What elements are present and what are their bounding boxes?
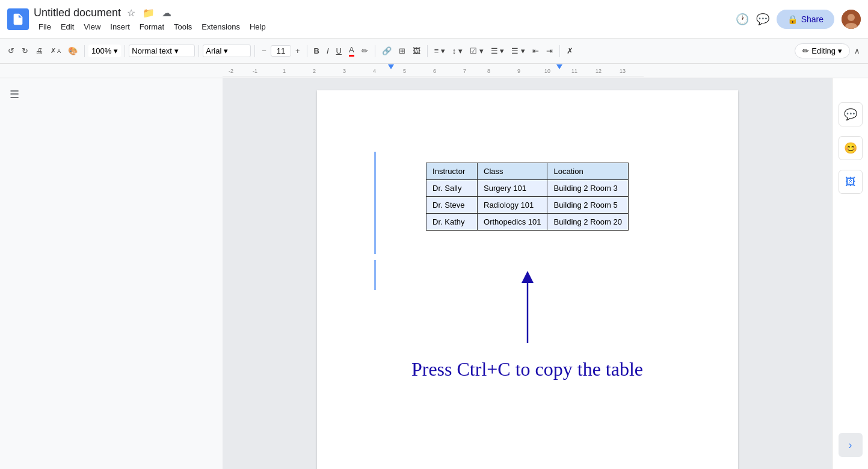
annotation-text: Press Ctrl+C to copy the table: [411, 358, 643, 380]
divider7: [427, 45, 428, 57]
redo-button[interactable]: ↻: [19, 44, 31, 58]
editing-mode-button[interactable]: ✏ Editing ▾: [795, 43, 850, 58]
table-cell: Building 2 Room 5: [547, 197, 628, 214]
font-value: Arial: [206, 46, 221, 55]
bold-button[interactable]: B: [311, 44, 322, 58]
indent-more-button[interactable]: ⇥: [543, 44, 556, 58]
cursor-mark-bottom: [374, 260, 376, 290]
sidebar: ☰: [0, 78, 223, 469]
font-select[interactable]: Arial ▾: [203, 45, 251, 57]
scroll-down-button[interactable]: ›: [839, 433, 863, 457]
divider2: [125, 45, 125, 57]
svg-text:-2: -2: [229, 68, 233, 74]
menu-extensions[interactable]: Extensions: [197, 21, 245, 33]
insert-image-button[interactable]: 🖼: [410, 44, 423, 58]
bullet-list-button[interactable]: ☰ ▾: [488, 44, 508, 58]
table-row: Dr. Steve Radiology 101 Building 2 Room …: [426, 197, 629, 214]
chevron-down-icon: ›: [849, 439, 852, 452]
checklist-button[interactable]: ☑ ▾: [467, 44, 487, 58]
folder-button[interactable]: 📁: [141, 6, 156, 20]
svg-text:5: 5: [403, 68, 406, 74]
ruler: -2 -1 1 2 3 4 5 6 7 8 9 10 11 12 13: [0, 64, 868, 78]
menu-edit[interactable]: Edit: [56, 21, 79, 33]
svg-text:8: 8: [487, 68, 490, 74]
emoji-icon: 😊: [844, 141, 857, 155]
share-label: Share: [801, 14, 823, 24]
table-header-location: Location: [547, 163, 628, 180]
style-select[interactable]: Normal text ▾: [129, 45, 195, 57]
doc-title[interactable]: Untitled document: [34, 7, 121, 19]
editing-label: Editing: [811, 46, 836, 55]
menu-tools[interactable]: Tools: [169, 21, 197, 33]
chat-button[interactable]: 💬: [756, 13, 769, 26]
svg-marker-19: [388, 64, 394, 69]
outline-icon[interactable]: ☰: [10, 88, 19, 101]
doc-area[interactable]: Instructor Class Location Dr. Sally Surg…: [223, 78, 832, 469]
menu-file[interactable]: File: [34, 21, 56, 33]
indent-less-button[interactable]: ⇤: [529, 44, 542, 58]
menu-help[interactable]: Help: [245, 21, 271, 33]
doc-icon: [7, 8, 29, 30]
add-comment-icon: 💬: [844, 108, 857, 121]
zoom-select[interactable]: 100% ▾: [88, 45, 121, 57]
print-button[interactable]: 🖨: [32, 44, 46, 58]
text-color-icon: A: [349, 45, 354, 57]
table-cell: Dr. Sally: [426, 180, 478, 197]
highlight-button[interactable]: ✏: [359, 44, 371, 58]
menu-insert[interactable]: Insert: [105, 21, 135, 33]
title-area: Untitled document ☆ 📁 ☁ File Edit View I…: [34, 6, 731, 33]
paint-format-button[interactable]: 🎨: [65, 44, 81, 58]
main-layout: ☰ Instructor Class Location Dr. Sally Su…: [0, 78, 868, 469]
top-bar: Untitled document ☆ 📁 ☁ File Edit View I…: [0, 0, 868, 39]
star-button[interactable]: ☆: [126, 6, 137, 20]
font-size-input[interactable]: 11: [271, 45, 291, 57]
clear-format-button[interactable]: ✗: [564, 44, 576, 58]
history-button[interactable]: 🕐: [736, 13, 749, 26]
table-cell: Orthopedics 101: [478, 214, 547, 231]
svg-text:3: 3: [343, 68, 346, 74]
text-color-button[interactable]: A: [346, 43, 357, 59]
line-spacing-button[interactable]: ↕ ▾: [449, 44, 466, 58]
image-panel-button[interactable]: 🖼: [839, 170, 863, 194]
table-row: Dr. Sally Surgery 101 Building 2 Room 3: [426, 180, 629, 197]
table-row: Dr. Kathy Orthopedics 101 Building 2 Roo…: [426, 214, 629, 231]
svg-text:4: 4: [373, 68, 376, 74]
expand-toolbar-button[interactable]: ∧: [851, 44, 863, 58]
increase-font-button[interactable]: +: [292, 44, 303, 58]
divider1: [84, 45, 85, 57]
link-button[interactable]: 🔗: [379, 44, 395, 58]
svg-text:2: 2: [313, 68, 316, 74]
numbered-list-button[interactable]: ☰ ▾: [508, 44, 528, 58]
table-cell: Dr. Kathy: [426, 214, 478, 231]
share-button[interactable]: 🔒 Share: [777, 10, 834, 29]
svg-point-1: [848, 14, 855, 21]
divider3: [199, 45, 199, 57]
table-header-instructor: Instructor: [426, 163, 478, 180]
pencil-icon: ✏: [802, 46, 809, 55]
svg-text:12: 12: [596, 68, 602, 74]
toolbar: ↺ ↻ 🖨 ✗A 🎨 100% ▾ Normal text ▾ Arial ▾ …: [0, 39, 868, 64]
style-chevron: ▾: [174, 46, 179, 55]
menu-format[interactable]: Format: [135, 21, 169, 33]
svg-marker-20: [556, 64, 562, 69]
align-button[interactable]: ≡ ▾: [431, 44, 448, 58]
divider6: [375, 45, 375, 57]
svg-text:13: 13: [620, 68, 626, 74]
svg-text:9: 9: [517, 68, 520, 74]
format-clear-button[interactable]: ✗A: [48, 45, 64, 57]
cloud-button[interactable]: ☁: [161, 6, 173, 20]
menu-view[interactable]: View: [79, 21, 105, 33]
emoji-button[interactable]: 😊: [839, 136, 863, 160]
underline-button[interactable]: U: [333, 44, 345, 58]
user-avatar[interactable]: [842, 10, 861, 29]
table-header-row: Instructor Class Location: [426, 163, 629, 180]
undo-button[interactable]: ↺: [5, 44, 17, 58]
right-panel: 💬 😊 🖼 ›: [832, 78, 868, 469]
decrease-font-button[interactable]: −: [259, 44, 269, 58]
add-comment-button[interactable]: 💬: [839, 102, 863, 126]
arrow-container: [516, 265, 540, 352]
zoom-value: 100%: [91, 46, 111, 55]
insert-comment-button[interactable]: ⊞: [396, 44, 408, 58]
svg-text:7: 7: [463, 68, 466, 74]
italic-button[interactable]: I: [324, 44, 332, 58]
